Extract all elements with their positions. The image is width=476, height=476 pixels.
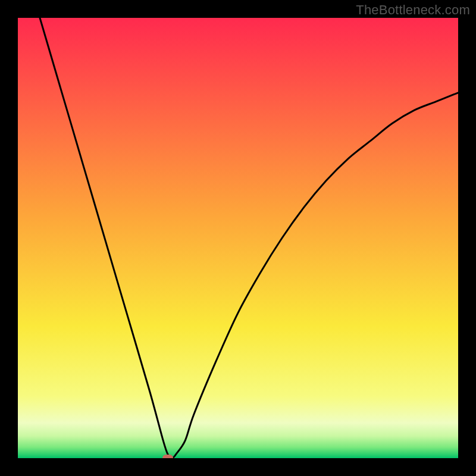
watermark-label: TheBottleneck.com [356,2,470,18]
optimal-point-marker [162,455,173,458]
chart-frame: TheBottleneck.com [0,0,476,476]
bottleneck-curve [18,18,458,458]
plot-area [18,18,458,458]
